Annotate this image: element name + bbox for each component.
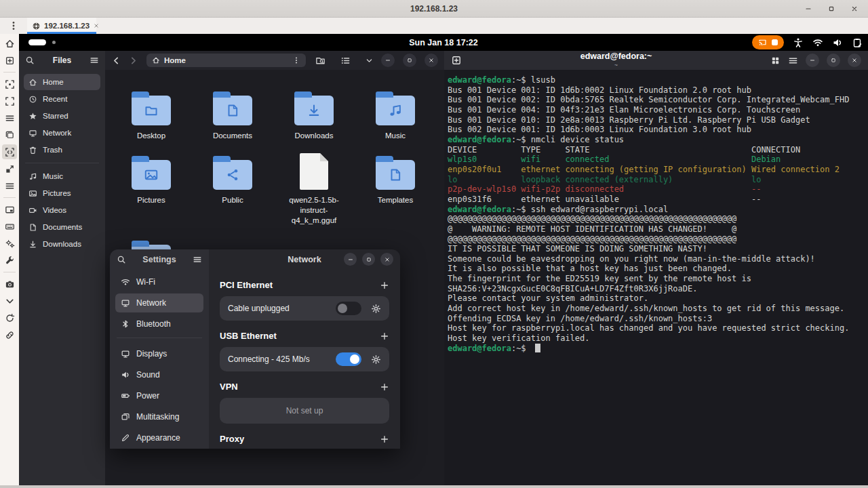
hamburger-menu-icon[interactable] bbox=[193, 255, 202, 264]
volume-icon[interactable] bbox=[832, 37, 843, 48]
sidebar-item-power[interactable]: Power bbox=[115, 386, 203, 405]
add-vpn-button[interactable] bbox=[380, 382, 389, 392]
new-tab-icon[interactable] bbox=[451, 55, 462, 66]
sidebar-item-displays[interactable]: Displays bbox=[115, 344, 203, 363]
files-minimize-button[interactable] bbox=[381, 54, 395, 67]
clipboard-edit-icon[interactable] bbox=[852, 37, 863, 48]
add-proxy-button[interactable] bbox=[380, 434, 389, 444]
maximize-icon bbox=[406, 57, 413, 64]
sidebar-item-sound[interactable]: Sound bbox=[115, 365, 203, 384]
sidebar-item-starred[interactable]: Starred bbox=[24, 108, 100, 124]
home-icon bbox=[5, 39, 15, 49]
list-view-icon[interactable] bbox=[340, 56, 351, 66]
terminal-minimize-button[interactable] bbox=[806, 54, 819, 67]
connection-row[interactable]: Cable unplugged bbox=[220, 296, 389, 321]
new-connection-button[interactable] bbox=[2, 53, 17, 68]
sidebar-item-network[interactable]: Network bbox=[115, 293, 203, 312]
refresh-button[interactable] bbox=[2, 310, 17, 325]
home-button[interactable] bbox=[2, 36, 17, 51]
keyboard-grab-button[interactable] bbox=[2, 219, 17, 234]
screenshot-button[interactable] bbox=[2, 277, 17, 291]
gear-icon[interactable] bbox=[371, 354, 381, 365]
connection-toggle[interactable] bbox=[336, 302, 361, 315]
folder-item[interactable]: Pictures bbox=[111, 152, 192, 226]
sidebar-item-multitasking[interactable]: Multitasking bbox=[115, 407, 203, 426]
terminal-line: p2p-dev-wlp1s0 wifi-p2p disconnected -- bbox=[448, 184, 866, 195]
sidebar-item-pictures[interactable]: Pictures bbox=[24, 185, 100, 201]
sidebar-item-bluetooth[interactable]: Bluetooth bbox=[115, 314, 203, 333]
search-icon[interactable] bbox=[25, 56, 35, 65]
terminal-line: IT IS POSSIBLE THAT SOMEONE IS DOING SOM… bbox=[448, 244, 866, 254]
back-button[interactable] bbox=[111, 56, 121, 66]
path-menu-kebab-icon[interactable] bbox=[292, 56, 300, 64]
terminal-line: edward@fedora:~$ bbox=[448, 344, 866, 354]
folder-item[interactable]: Downloads bbox=[273, 87, 355, 141]
folder-item[interactable]: Documents bbox=[192, 87, 273, 141]
terminal-line: Please contact your system administrator… bbox=[448, 293, 866, 304]
view-options-chevron-icon[interactable] bbox=[366, 56, 373, 66]
hamburger-menu-icon[interactable] bbox=[788, 56, 798, 66]
add-usb-ethernet-button[interactable] bbox=[380, 331, 389, 341]
system-status-area[interactable] bbox=[752, 34, 863, 51]
toggle-panel-button[interactable] bbox=[2, 202, 17, 217]
folder-item[interactable]: Public bbox=[192, 152, 273, 226]
sidebar-item-home[interactable]: Home bbox=[24, 74, 100, 90]
settings-minimize-button[interactable] bbox=[344, 253, 357, 266]
resize-window-button[interactable] bbox=[2, 161, 17, 176]
file-item[interactable]: qwen2.5-1.5b-instruct-q4_k_m.gguf bbox=[273, 152, 355, 226]
focus-capture-button[interactable] bbox=[2, 77, 17, 92]
terminal-maximize-button[interactable] bbox=[827, 54, 840, 67]
sidebar-item-network[interactable]: Network bbox=[24, 125, 100, 141]
minimize-icon[interactable] bbox=[804, 5, 812, 13]
sidebar-item-downloads[interactable]: Downloads bbox=[24, 236, 100, 252]
collapse-toolbar-button[interactable] bbox=[2, 293, 17, 308]
files-app-title: Files bbox=[35, 56, 90, 65]
sidebar-item-appearance[interactable]: Appearance bbox=[115, 428, 203, 447]
monitor-icon bbox=[121, 298, 130, 308]
sidebar-item-recent[interactable]: Recent bbox=[24, 91, 100, 107]
files-maximize-button[interactable] bbox=[403, 54, 416, 67]
add-pci-ethernet-button[interactable] bbox=[380, 281, 389, 290]
connection-toggle[interactable] bbox=[336, 352, 361, 366]
maximize-icon[interactable] bbox=[827, 5, 835, 13]
tab-overview-icon[interactable] bbox=[770, 56, 781, 66]
search-icon[interactable] bbox=[117, 255, 126, 264]
multi-window-button[interactable] bbox=[2, 127, 17, 142]
tools-button[interactable] bbox=[2, 253, 17, 268]
terminal-close-button[interactable] bbox=[848, 54, 861, 67]
forward-button[interactable] bbox=[128, 56, 138, 66]
sidebar-item-trash[interactable]: Trash bbox=[24, 142, 100, 158]
item-label: Templates bbox=[378, 195, 413, 205]
terminal-output[interactable]: edward@fedora:~$ lsusbBus 001 Device 001… bbox=[444, 70, 868, 485]
app-menu-kebab-icon[interactable] bbox=[8, 20, 19, 31]
folder-item[interactable]: Desktop bbox=[111, 87, 192, 141]
clock[interactable]: Sun Jan 18 17:22 bbox=[19, 38, 868, 47]
fullscreen-button[interactable] bbox=[2, 94, 17, 108]
folder-item[interactable]: Music bbox=[355, 87, 436, 141]
settings-close-button[interactable] bbox=[380, 253, 393, 266]
tab-close-icon[interactable] bbox=[93, 22, 100, 29]
disconnect-button[interactable] bbox=[2, 327, 17, 342]
preferences-button[interactable] bbox=[2, 236, 17, 251]
path-bar[interactable]: Home bbox=[146, 54, 306, 67]
files-close-button[interactable] bbox=[425, 54, 438, 67]
accessibility-icon[interactable] bbox=[793, 37, 804, 48]
sidebar-item-music[interactable]: Music bbox=[24, 168, 100, 184]
folder-item[interactable]: Templates bbox=[355, 152, 436, 226]
close-icon[interactable] bbox=[850, 5, 859, 13]
wifi-icon[interactable] bbox=[812, 37, 823, 48]
screen-share-indicator[interactable] bbox=[752, 35, 784, 49]
options-menu-button[interactable] bbox=[2, 178, 17, 193]
scaled-mode-button[interactable] bbox=[2, 144, 17, 159]
gear-icon[interactable] bbox=[371, 304, 381, 314]
sidebar-item-videos[interactable]: Videos bbox=[24, 202, 100, 218]
sidebar-item-documents[interactable]: Documents bbox=[24, 219, 100, 235]
settings-maximize-button[interactable] bbox=[362, 253, 375, 266]
sidebar-item-label: Recent bbox=[43, 95, 67, 103]
connection-tab[interactable]: 192.168.1.23 bbox=[27, 18, 96, 34]
hamburger-menu-icon[interactable] bbox=[90, 56, 99, 65]
connection-row[interactable]: Connecting - 425 Mb/s bbox=[220, 347, 389, 371]
sidebar-item-wi-fi[interactable]: Wi-Fi bbox=[115, 272, 203, 291]
search-folder-icon[interactable] bbox=[315, 56, 326, 66]
connection-menu-button[interactable] bbox=[2, 110, 17, 125]
